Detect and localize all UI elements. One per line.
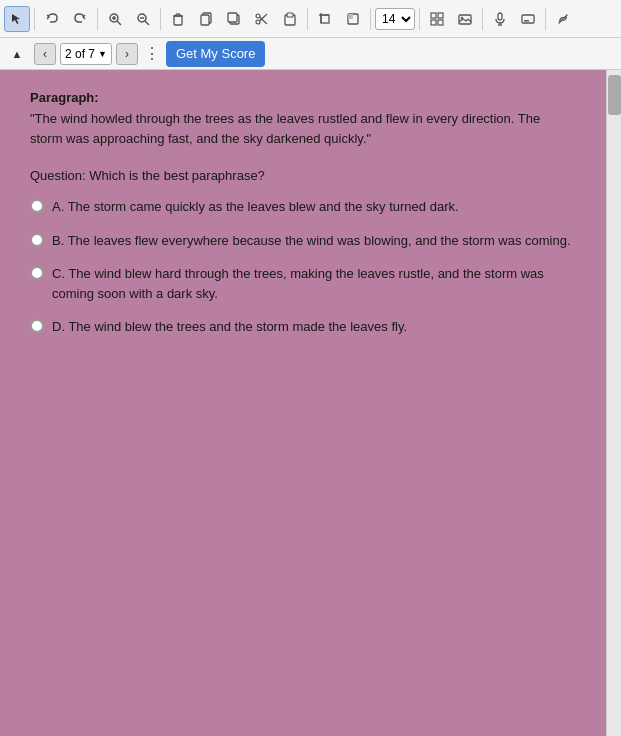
svg-rect-36 — [522, 15, 534, 23]
page-dropdown-icon: ▼ — [98, 49, 107, 59]
font-size-select[interactable]: 101112131416182024283236 — [375, 8, 415, 30]
svg-line-5 — [145, 21, 149, 25]
svg-rect-26 — [348, 14, 353, 19]
paragraph-label: Paragraph: — [30, 90, 576, 105]
prev-page-button[interactable]: ‹ — [34, 43, 56, 65]
option-b-radio[interactable] — [30, 233, 44, 247]
page-display-text: 2 of 7 — [65, 47, 95, 61]
option-a-text: A. The storm came quickly as the leaves … — [52, 197, 576, 217]
duplicate-icon — [227, 12, 241, 26]
caption-button[interactable] — [515, 6, 541, 32]
grid-button[interactable] — [424, 6, 450, 32]
next-page-button[interactable]: › — [116, 43, 138, 65]
redo-button[interactable] — [67, 6, 93, 32]
svg-rect-21 — [287, 13, 293, 17]
svg-rect-37 — [524, 20, 529, 22]
mic-icon — [493, 12, 507, 26]
page-indicator[interactable]: 2 of 7 ▼ — [60, 43, 112, 65]
content-panel: Paragraph: "The wind howled through the … — [0, 70, 606, 736]
scroll-up-button[interactable]: ▲ — [4, 41, 30, 67]
main-toolbar: 101112131416182024283236 — [0, 0, 621, 38]
image-icon — [458, 12, 472, 26]
separator-6 — [419, 8, 420, 30]
svg-line-1 — [117, 21, 121, 25]
copy-button[interactable] — [193, 6, 219, 32]
separator-7 — [482, 8, 483, 30]
scrollbar[interactable] — [606, 70, 621, 736]
crop-button[interactable] — [312, 6, 338, 32]
option-a-radio[interactable] — [30, 199, 44, 213]
option-d-text: D. The wind blew the trees and the storm… — [52, 317, 576, 337]
svg-rect-30 — [438, 20, 443, 25]
option-b-item[interactable]: B. The leaves flew everywhere because th… — [30, 231, 576, 251]
resize-icon — [346, 12, 360, 26]
zoom-out-icon — [136, 12, 150, 26]
option-d-radio[interactable] — [30, 319, 44, 333]
zoom-in-icon — [108, 12, 122, 26]
option-d-item[interactable]: D. The wind blew the trees and the storm… — [30, 317, 576, 337]
trash-icon — [171, 12, 185, 26]
question-text: Question: Which is the best paraphrase? — [30, 168, 576, 183]
nav-toolbar: ▲ ‹ 2 of 7 ▼ › ⋮ Get My Score — [0, 38, 621, 70]
cut-button[interactable] — [249, 6, 275, 32]
separator-5 — [370, 8, 371, 30]
resize-button[interactable] — [340, 6, 366, 32]
svg-rect-13 — [201, 15, 209, 25]
svg-rect-29 — [431, 20, 436, 25]
next-arrow-icon: › — [125, 47, 129, 61]
duplicate-button[interactable] — [221, 6, 247, 32]
prev-arrow-icon: ‹ — [43, 47, 47, 61]
option-c-radio[interactable] — [30, 266, 44, 280]
link-icon — [556, 12, 570, 26]
separator-3 — [160, 8, 161, 30]
paragraph-text: "The wind howled through the trees as th… — [30, 109, 576, 148]
crop-icon — [318, 12, 332, 26]
cursor-icon — [10, 12, 24, 26]
separator-8 — [545, 8, 546, 30]
separator-1 — [34, 8, 35, 30]
separator-2 — [97, 8, 98, 30]
svg-rect-15 — [228, 13, 237, 22]
svg-rect-28 — [438, 13, 443, 18]
svg-rect-33 — [498, 13, 502, 20]
scissors-icon — [255, 12, 269, 26]
zoom-out-button[interactable] — [130, 6, 156, 32]
delete-button[interactable] — [165, 6, 191, 32]
image-button[interactable] — [452, 6, 478, 32]
more-dots-icon: ⋮ — [144, 44, 160, 63]
svg-rect-22 — [321, 15, 329, 23]
scrollbar-thumb[interactable] — [608, 75, 621, 115]
redo-icon — [73, 12, 87, 26]
get-score-label: Get My Score — [176, 46, 255, 61]
copy-icon — [199, 12, 213, 26]
caption-icon — [521, 12, 535, 26]
undo-icon — [45, 12, 59, 26]
separator-4 — [307, 8, 308, 30]
option-a-item[interactable]: A. The storm came quickly as the leaves … — [30, 197, 576, 217]
options-list: A. The storm came quickly as the leaves … — [30, 197, 576, 337]
get-score-button[interactable]: Get My Score — [166, 41, 265, 67]
paste-button[interactable] — [277, 6, 303, 32]
main-area: Paragraph: "The wind howled through the … — [0, 70, 621, 736]
scroll-up-icon: ▲ — [12, 48, 23, 60]
more-options-button[interactable]: ⋮ — [142, 41, 162, 67]
link-button[interactable] — [550, 6, 576, 32]
svg-rect-7 — [174, 16, 182, 25]
zoom-in-button[interactable] — [102, 6, 128, 32]
mic-button[interactable] — [487, 6, 513, 32]
option-c-text: C. The wind blew hard through the trees,… — [52, 264, 576, 303]
select-tool-button[interactable] — [4, 6, 30, 32]
paste-icon — [283, 12, 297, 26]
svg-rect-27 — [431, 13, 436, 18]
option-b-text: B. The leaves flew everywhere because th… — [52, 231, 576, 251]
option-c-item[interactable]: C. The wind blew hard through the trees,… — [30, 264, 576, 303]
undo-button[interactable] — [39, 6, 65, 32]
grid-icon — [430, 12, 444, 26]
